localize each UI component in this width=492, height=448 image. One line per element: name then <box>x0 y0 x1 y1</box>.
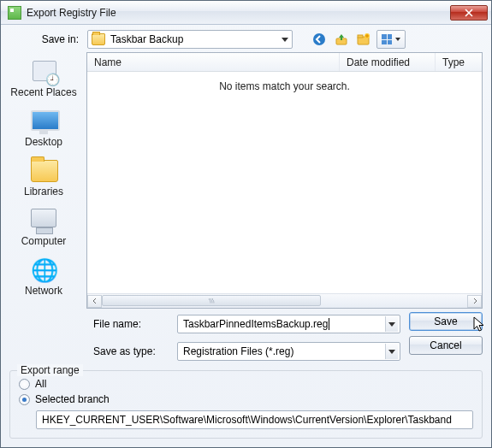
up-one-level-button[interactable] <box>332 30 351 49</box>
save-in-combo[interactable]: Taskbar Backup <box>87 30 293 49</box>
place-label: Recent Places <box>10 86 76 98</box>
file-pane: Name Date modified Type No items match y… <box>86 52 483 309</box>
dropdown-arrow-icon <box>395 38 400 41</box>
column-header-date[interactable]: Date modified <box>340 53 436 71</box>
empty-message: No items match your search. <box>87 72 482 293</box>
file-list[interactable]: Name Date modified Type No items match y… <box>86 52 483 309</box>
save-in-label: Save in: <box>9 33 82 45</box>
radio-selected-branch[interactable] <box>19 394 30 405</box>
filename-value: TaskbarPinnedItemsBackup.reg <box>183 318 385 330</box>
views-menu-button[interactable] <box>376 30 406 49</box>
views-icon <box>382 34 392 44</box>
export-range-legend: Export range <box>17 364 83 376</box>
export-registry-dialog: Export Registry File Save in: Taskbar Ba… <box>0 0 492 448</box>
radio-selected-label: Selected branch <box>35 393 110 405</box>
titlebar: Export Registry File <box>1 1 491 25</box>
dropdown-arrow-icon <box>282 38 288 42</box>
saveas-row: Save as type: Registration Files (*.reg) <box>90 339 400 363</box>
branch-path-input[interactable]: HKEY_CURRENT_USER\Software\Microsoft\Win… <box>36 410 473 429</box>
place-label: Computer <box>21 235 67 247</box>
horizontal-scrollbar[interactable] <box>87 293 482 308</box>
saveas-combo[interactable]: Registration Files (*.reg) <box>177 342 400 361</box>
scroll-thumb[interactable] <box>102 295 321 306</box>
place-label: Desktop <box>25 136 62 148</box>
close-button[interactable] <box>450 5 488 21</box>
close-icon <box>465 9 473 17</box>
save-in-value: Taskbar Backup <box>110 33 282 45</box>
cancel-button-label: Cancel <box>430 339 461 351</box>
place-desktop[interactable]: Desktop <box>23 105 64 150</box>
column-header-type[interactable]: Type <box>436 53 482 71</box>
saveas-value: Registration Files (*.reg) <box>183 345 385 357</box>
filename-input[interactable]: TaskbarPinnedItemsBackup.reg <box>177 315 400 333</box>
registry-icon <box>8 6 21 20</box>
scroll-track[interactable] <box>102 295 467 308</box>
cursor-icon <box>473 316 487 333</box>
radio-all-label: All <box>35 378 46 390</box>
scroll-right-button[interactable] <box>467 295 482 308</box>
svg-rect-3 <box>358 35 363 38</box>
dropdown-arrow-icon[interactable] <box>385 316 398 332</box>
dropdown-arrow-icon[interactable] <box>385 344 398 359</box>
place-computer[interactable]: Computer <box>20 204 68 249</box>
saveas-label: Save as type: <box>90 345 172 357</box>
save-in-row: Save in: Taskbar Backup <box>1 25 491 52</box>
export-range-group: Export range All Selected branch HKEY_CU… <box>9 370 483 439</box>
radio-selected-row[interactable]: Selected branch <box>19 392 473 407</box>
place-label: Network <box>25 285 62 297</box>
radio-all-row[interactable]: All <box>19 376 473 392</box>
filename-label: File name: <box>90 318 172 330</box>
network-icon <box>27 256 60 283</box>
nav-icons <box>310 30 406 49</box>
column-header-name[interactable]: Name <box>87 53 340 71</box>
new-folder-button[interactable] <box>354 30 373 49</box>
save-button-label: Save <box>434 315 457 327</box>
column-headers: Name Date modified Type <box>87 53 482 72</box>
recent-places-icon <box>27 57 60 85</box>
folder-icon <box>92 33 105 45</box>
place-libraries[interactable]: Libraries <box>22 155 65 199</box>
back-button[interactable] <box>310 30 329 49</box>
computer-icon <box>27 206 60 233</box>
places-bar: Recent Places Desktop Libraries Computer… <box>6 52 81 309</box>
desktop-icon <box>27 107 60 134</box>
place-label: Libraries <box>24 186 63 197</box>
libraries-icon <box>27 156 60 184</box>
scroll-left-button[interactable] <box>87 295 102 308</box>
place-network[interactable]: Network <box>23 254 64 298</box>
svg-point-0 <box>313 33 325 45</box>
window-title: Export Registry File <box>27 7 450 19</box>
radio-all[interactable] <box>19 379 30 390</box>
save-button[interactable]: Save <box>409 312 483 331</box>
place-recent[interactable]: Recent Places <box>9 56 78 100</box>
filename-row: File name: TaskbarPinnedItemsBackup.reg <box>90 312 400 336</box>
cancel-button[interactable]: Cancel <box>409 336 483 355</box>
